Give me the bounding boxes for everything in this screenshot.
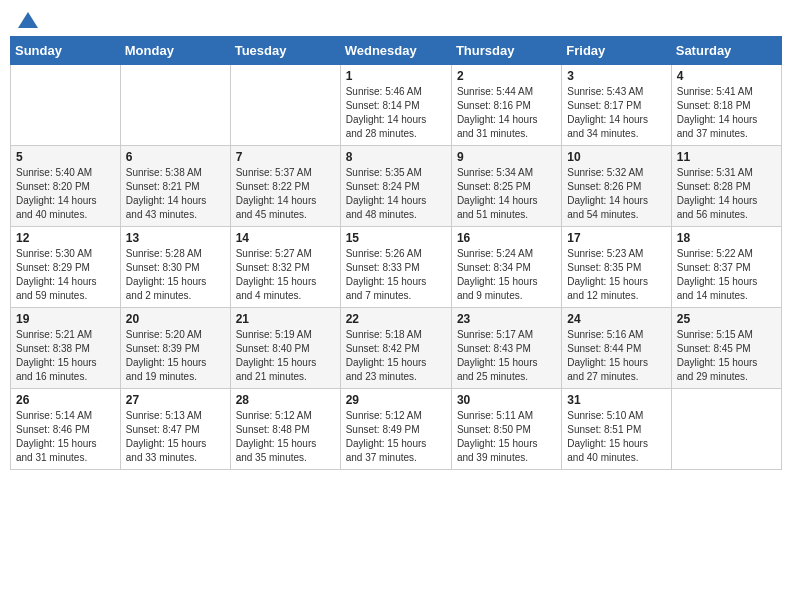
calendar-row-1: 5Sunrise: 5:40 AM Sunset: 8:20 PM Daylig…: [11, 146, 782, 227]
day-info: Sunrise: 5:31 AM Sunset: 8:28 PM Dayligh…: [677, 166, 776, 222]
day-number: 18: [677, 231, 776, 245]
day-info: Sunrise: 5:30 AM Sunset: 8:29 PM Dayligh…: [16, 247, 115, 303]
calendar-header-row: SundayMondayTuesdayWednesdayThursdayFrid…: [11, 37, 782, 65]
calendar-cell: 24Sunrise: 5:16 AM Sunset: 8:44 PM Dayli…: [562, 308, 671, 389]
day-number: 22: [346, 312, 446, 326]
day-info: Sunrise: 5:34 AM Sunset: 8:25 PM Dayligh…: [457, 166, 556, 222]
calendar-cell: 16Sunrise: 5:24 AM Sunset: 8:34 PM Dayli…: [451, 227, 561, 308]
col-header-friday: Friday: [562, 37, 671, 65]
calendar-cell: 30Sunrise: 5:11 AM Sunset: 8:50 PM Dayli…: [451, 389, 561, 470]
calendar-cell: 12Sunrise: 5:30 AM Sunset: 8:29 PM Dayli…: [11, 227, 121, 308]
day-info: Sunrise: 5:26 AM Sunset: 8:33 PM Dayligh…: [346, 247, 446, 303]
day-number: 11: [677, 150, 776, 164]
day-number: 23: [457, 312, 556, 326]
calendar-cell: 23Sunrise: 5:17 AM Sunset: 8:43 PM Dayli…: [451, 308, 561, 389]
col-header-tuesday: Tuesday: [230, 37, 340, 65]
day-info: Sunrise: 5:21 AM Sunset: 8:38 PM Dayligh…: [16, 328, 115, 384]
calendar-cell: 14Sunrise: 5:27 AM Sunset: 8:32 PM Dayli…: [230, 227, 340, 308]
logo-icon: [18, 10, 38, 30]
calendar-row-2: 12Sunrise: 5:30 AM Sunset: 8:29 PM Dayli…: [11, 227, 782, 308]
day-number: 5: [16, 150, 115, 164]
day-number: 9: [457, 150, 556, 164]
day-number: 14: [236, 231, 335, 245]
day-info: Sunrise: 5:15 AM Sunset: 8:45 PM Dayligh…: [677, 328, 776, 384]
calendar-cell: 11Sunrise: 5:31 AM Sunset: 8:28 PM Dayli…: [671, 146, 781, 227]
calendar-cell: [671, 389, 781, 470]
day-number: 1: [346, 69, 446, 83]
calendar-cell: [11, 65, 121, 146]
svg-marker-0: [18, 12, 38, 28]
calendar-cell: 18Sunrise: 5:22 AM Sunset: 8:37 PM Dayli…: [671, 227, 781, 308]
day-info: Sunrise: 5:23 AM Sunset: 8:35 PM Dayligh…: [567, 247, 665, 303]
day-number: 10: [567, 150, 665, 164]
calendar-cell: 10Sunrise: 5:32 AM Sunset: 8:26 PM Dayli…: [562, 146, 671, 227]
day-info: Sunrise: 5:11 AM Sunset: 8:50 PM Dayligh…: [457, 409, 556, 465]
day-info: Sunrise: 5:40 AM Sunset: 8:20 PM Dayligh…: [16, 166, 115, 222]
day-number: 20: [126, 312, 225, 326]
day-info: Sunrise: 5:12 AM Sunset: 8:48 PM Dayligh…: [236, 409, 335, 465]
day-number: 13: [126, 231, 225, 245]
day-info: Sunrise: 5:32 AM Sunset: 8:26 PM Dayligh…: [567, 166, 665, 222]
day-info: Sunrise: 5:17 AM Sunset: 8:43 PM Dayligh…: [457, 328, 556, 384]
calendar-cell: 19Sunrise: 5:21 AM Sunset: 8:38 PM Dayli…: [11, 308, 121, 389]
day-number: 12: [16, 231, 115, 245]
col-header-thursday: Thursday: [451, 37, 561, 65]
day-info: Sunrise: 5:19 AM Sunset: 8:40 PM Dayligh…: [236, 328, 335, 384]
calendar-cell: 31Sunrise: 5:10 AM Sunset: 8:51 PM Dayli…: [562, 389, 671, 470]
day-info: Sunrise: 5:35 AM Sunset: 8:24 PM Dayligh…: [346, 166, 446, 222]
day-info: Sunrise: 5:14 AM Sunset: 8:46 PM Dayligh…: [16, 409, 115, 465]
calendar-cell: 2Sunrise: 5:44 AM Sunset: 8:16 PM Daylig…: [451, 65, 561, 146]
day-info: Sunrise: 5:46 AM Sunset: 8:14 PM Dayligh…: [346, 85, 446, 141]
day-number: 17: [567, 231, 665, 245]
calendar-cell: 22Sunrise: 5:18 AM Sunset: 8:42 PM Dayli…: [340, 308, 451, 389]
calendar-cell: 20Sunrise: 5:20 AM Sunset: 8:39 PM Dayli…: [120, 308, 230, 389]
col-header-saturday: Saturday: [671, 37, 781, 65]
day-number: 6: [126, 150, 225, 164]
calendar-table: SundayMondayTuesdayWednesdayThursdayFrid…: [10, 36, 782, 470]
col-header-wednesday: Wednesday: [340, 37, 451, 65]
day-info: Sunrise: 5:27 AM Sunset: 8:32 PM Dayligh…: [236, 247, 335, 303]
day-info: Sunrise: 5:13 AM Sunset: 8:47 PM Dayligh…: [126, 409, 225, 465]
calendar-cell: 17Sunrise: 5:23 AM Sunset: 8:35 PM Dayli…: [562, 227, 671, 308]
day-info: Sunrise: 5:43 AM Sunset: 8:17 PM Dayligh…: [567, 85, 665, 141]
day-number: 2: [457, 69, 556, 83]
day-number: 30: [457, 393, 556, 407]
day-number: 28: [236, 393, 335, 407]
day-number: 31: [567, 393, 665, 407]
day-info: Sunrise: 5:16 AM Sunset: 8:44 PM Dayligh…: [567, 328, 665, 384]
day-number: 7: [236, 150, 335, 164]
logo: [16, 14, 38, 24]
calendar-cell: 13Sunrise: 5:28 AM Sunset: 8:30 PM Dayli…: [120, 227, 230, 308]
calendar-row-0: 1Sunrise: 5:46 AM Sunset: 8:14 PM Daylig…: [11, 65, 782, 146]
page-header: [10, 10, 782, 28]
calendar-cell: 15Sunrise: 5:26 AM Sunset: 8:33 PM Dayli…: [340, 227, 451, 308]
day-number: 26: [16, 393, 115, 407]
day-number: 16: [457, 231, 556, 245]
calendar-cell: 27Sunrise: 5:13 AM Sunset: 8:47 PM Dayli…: [120, 389, 230, 470]
calendar-cell: 9Sunrise: 5:34 AM Sunset: 8:25 PM Daylig…: [451, 146, 561, 227]
day-info: Sunrise: 5:41 AM Sunset: 8:18 PM Dayligh…: [677, 85, 776, 141]
day-info: Sunrise: 5:37 AM Sunset: 8:22 PM Dayligh…: [236, 166, 335, 222]
day-number: 21: [236, 312, 335, 326]
day-number: 24: [567, 312, 665, 326]
day-info: Sunrise: 5:28 AM Sunset: 8:30 PM Dayligh…: [126, 247, 225, 303]
calendar-cell: 21Sunrise: 5:19 AM Sunset: 8:40 PM Dayli…: [230, 308, 340, 389]
col-header-sunday: Sunday: [11, 37, 121, 65]
calendar-row-3: 19Sunrise: 5:21 AM Sunset: 8:38 PM Dayli…: [11, 308, 782, 389]
day-number: 15: [346, 231, 446, 245]
day-number: 19: [16, 312, 115, 326]
day-info: Sunrise: 5:12 AM Sunset: 8:49 PM Dayligh…: [346, 409, 446, 465]
day-number: 27: [126, 393, 225, 407]
day-number: 29: [346, 393, 446, 407]
calendar-cell: 7Sunrise: 5:37 AM Sunset: 8:22 PM Daylig…: [230, 146, 340, 227]
day-number: 25: [677, 312, 776, 326]
calendar-cell: [120, 65, 230, 146]
calendar-cell: 25Sunrise: 5:15 AM Sunset: 8:45 PM Dayli…: [671, 308, 781, 389]
calendar-cell: 4Sunrise: 5:41 AM Sunset: 8:18 PM Daylig…: [671, 65, 781, 146]
day-number: 4: [677, 69, 776, 83]
day-info: Sunrise: 5:10 AM Sunset: 8:51 PM Dayligh…: [567, 409, 665, 465]
calendar-row-4: 26Sunrise: 5:14 AM Sunset: 8:46 PM Dayli…: [11, 389, 782, 470]
calendar-cell: 5Sunrise: 5:40 AM Sunset: 8:20 PM Daylig…: [11, 146, 121, 227]
calendar-cell: 29Sunrise: 5:12 AM Sunset: 8:49 PM Dayli…: [340, 389, 451, 470]
day-info: Sunrise: 5:24 AM Sunset: 8:34 PM Dayligh…: [457, 247, 556, 303]
